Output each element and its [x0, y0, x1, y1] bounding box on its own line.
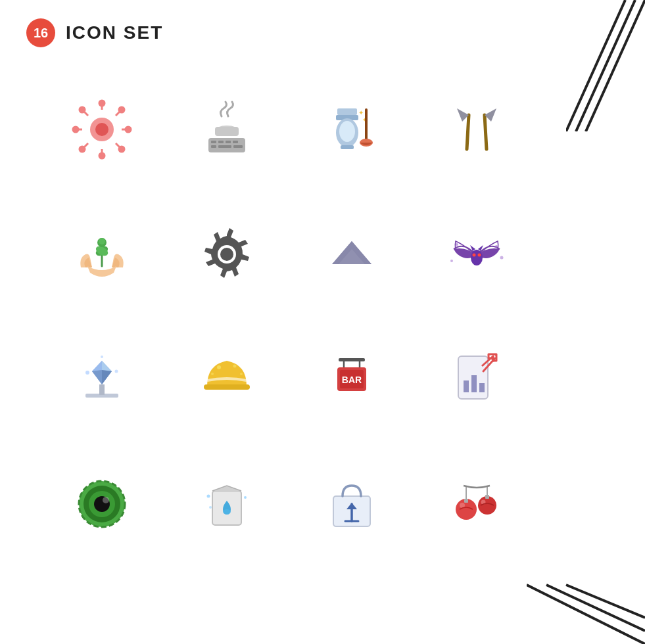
svg-point-46: [99, 238, 105, 244]
svg-line-1: [576, 0, 635, 131]
header: 16 ICON SET: [0, 0, 645, 60]
icon-eye: [39, 442, 164, 566]
svg-marker-64: [92, 370, 102, 384]
header-title: ICON SET: [66, 22, 163, 43]
icon-diamond-stage: [39, 317, 164, 442]
svg-line-19: [116, 143, 120, 147]
icon-toilet-plunger: ✦ ✦: [289, 67, 414, 192]
svg-point-66: [115, 370, 118, 373]
icon-report-growth: [414, 317, 539, 442]
svg-point-8: [99, 153, 105, 158]
icon-plant-hands: [39, 192, 164, 317]
svg-marker-63: [92, 361, 102, 371]
svg-point-20: [119, 147, 124, 152]
svg-rect-28: [211, 145, 216, 148]
icon-axes: [414, 67, 539, 192]
svg-rect-68: [204, 384, 250, 390]
icon-keyboard: [164, 67, 289, 192]
svg-rect-26: [226, 141, 231, 143]
svg-rect-83: [479, 383, 485, 392]
svg-point-91: [103, 497, 109, 503]
svg-rect-108: [485, 495, 489, 499]
svg-point-6: [99, 101, 105, 106]
svg-rect-24: [211, 141, 216, 143]
decorative-lines-bottom: [527, 565, 645, 644]
svg-rect-30: [233, 145, 243, 148]
svg-rect-29: [218, 145, 231, 148]
svg-line-111: [546, 585, 645, 631]
svg-marker-61: [102, 361, 112, 371]
svg-point-94: [223, 509, 231, 515]
svg-point-10: [73, 127, 78, 132]
svg-point-70: [233, 365, 237, 368]
svg-point-95: [207, 495, 210, 498]
svg-point-48: [220, 248, 233, 261]
svg-line-15: [116, 112, 120, 116]
svg-marker-62: [102, 370, 112, 384]
svg-line-40: [467, 115, 469, 149]
svg-rect-25: [218, 141, 224, 143]
svg-rect-73: [339, 358, 365, 361]
svg-point-16: [119, 107, 124, 112]
svg-point-54: [456, 243, 458, 246]
svg-rect-35: [341, 145, 354, 149]
icon-grid: ✦ ✦: [0, 60, 565, 573]
svg-point-97: [209, 506, 212, 509]
svg-point-53: [478, 254, 481, 257]
icon-gear: [164, 192, 289, 317]
svg-rect-31: [337, 108, 357, 115]
icon-virus: [39, 67, 164, 192]
svg-point-56: [500, 256, 504, 260]
svg-rect-81: [464, 380, 469, 392]
svg-rect-22: [215, 127, 239, 136]
svg-point-65: [85, 371, 89, 375]
svg-rect-27: [233, 141, 238, 143]
icon-chevron-up: [289, 192, 414, 317]
svg-line-17: [84, 143, 88, 147]
svg-rect-82: [471, 375, 477, 392]
svg-point-72: [211, 373, 214, 375]
svg-point-49: [471, 250, 483, 265]
svg-line-13: [84, 112, 88, 116]
svg-point-14: [80, 107, 85, 112]
icon-water-box: [164, 442, 289, 566]
icon-hard-hat: [164, 317, 289, 442]
icon-bar-sign: BAR: [289, 317, 414, 442]
svg-rect-104: [464, 499, 468, 503]
svg-text:✦: ✦: [358, 109, 364, 116]
icon-christmas-ornaments: [414, 442, 539, 566]
svg-line-41: [485, 115, 487, 149]
icon-bat: [414, 192, 539, 317]
svg-point-34: [339, 121, 355, 142]
decorative-lines-top: [566, 0, 645, 131]
svg-point-18: [80, 147, 85, 152]
svg-point-71: [240, 373, 243, 375]
svg-text:BAR: BAR: [342, 375, 362, 385]
svg-point-57: [450, 260, 453, 262]
svg-point-4: [95, 123, 108, 136]
svg-point-55: [495, 245, 498, 248]
badge-number: 16: [26, 18, 55, 47]
svg-point-96: [244, 496, 247, 499]
svg-point-52: [473, 254, 476, 257]
svg-point-67: [101, 356, 103, 358]
svg-rect-59: [99, 384, 105, 395]
svg-point-12: [126, 127, 131, 132]
svg-point-69: [217, 365, 221, 369]
icon-shopping-bag-upload: [289, 442, 414, 566]
